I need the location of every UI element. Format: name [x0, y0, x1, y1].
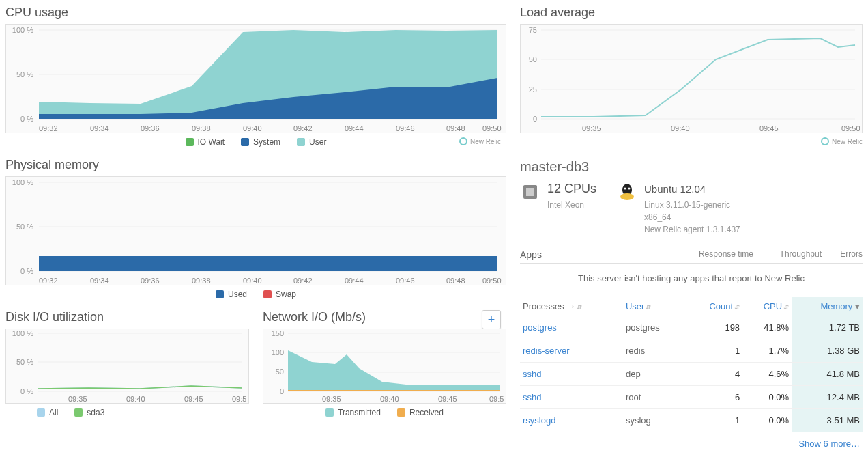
- legend-disk-all[interactable]: All: [37, 408, 58, 417]
- process-count: 6: [686, 385, 742, 408]
- col-count[interactable]: Count⇵: [686, 297, 742, 316]
- process-cpu: 41.8%: [742, 316, 792, 339]
- svg-text:50 %: 50 %: [16, 70, 33, 79]
- svg-text:0: 0: [533, 115, 537, 123]
- svg-text:25: 25: [529, 85, 537, 94]
- process-count: 1: [686, 408, 742, 432]
- load-chart-svg[interactable]: 75 50 25 0 09:35 09:40 09:45 09:50: [521, 25, 860, 134]
- svg-text:50: 50: [276, 367, 284, 376]
- process-memory: 1.38 GB: [792, 339, 863, 362]
- process-name[interactable]: sshd: [520, 385, 623, 408]
- process-count: 1: [686, 339, 742, 362]
- legend-net-rx[interactable]: Received: [397, 408, 444, 417]
- table-row[interactable]: postgrespostgres19841.8%1.72 TB: [520, 316, 863, 339]
- svg-text:0: 0: [280, 387, 284, 395]
- process-count: 4: [686, 362, 742, 385]
- legend-disk-sda3[interactable]: sda3: [74, 408, 104, 417]
- physical-memory-chart: Physical memory 100 % 50 % 0 % 09:32 09:…: [5, 158, 506, 303]
- legend-iowait[interactable]: IO Wait: [186, 137, 225, 147]
- svg-text:50: 50: [529, 55, 537, 64]
- process-name[interactable]: sshd: [520, 362, 623, 385]
- svg-text:100 %: 100 %: [12, 329, 33, 337]
- kernel-version: Linux 3.11.0-15-generic: [644, 199, 740, 211]
- svg-text:09:45: 09:45: [438, 395, 457, 403]
- svg-text:09:35: 09:35: [322, 395, 341, 403]
- process-cpu: 0.0%: [742, 408, 792, 432]
- chart-title: CPU usage: [5, 5, 506, 20]
- svg-text:09:44: 09:44: [345, 124, 364, 133]
- svg-point-69: [620, 193, 634, 200]
- svg-text:09:45: 09:45: [184, 395, 203, 403]
- process-memory: 12.4 MB: [792, 385, 863, 408]
- processes-heading[interactable]: Processes →⇵: [520, 297, 623, 316]
- col-cpu[interactable]: CPU⇵: [742, 297, 792, 316]
- load-average-chart: Load average 75 50 25 0 09:35 09:40 09:4…: [520, 5, 863, 150]
- net-chart-svg[interactable]: 150 100 50 0 09:35 09:40 09:45 09:5: [263, 329, 506, 404]
- process-name[interactable]: redis-server: [520, 339, 623, 362]
- processes-table: Processes →⇵ User⇵ Count⇵ CPU⇵ Memory ▾ …: [520, 297, 863, 432]
- svg-text:09:38: 09:38: [192, 277, 211, 285]
- svg-text:09:38: 09:38: [192, 124, 211, 133]
- svg-text:09:40: 09:40: [126, 395, 145, 403]
- process-name[interactable]: rsyslogd: [520, 408, 623, 432]
- svg-text:09:36: 09:36: [141, 124, 160, 133]
- svg-text:09:35: 09:35: [68, 395, 87, 403]
- svg-point-71: [628, 188, 631, 190]
- svg-text:09:46: 09:46: [396, 277, 415, 285]
- network-io-chart: Network I/O (Mb/s) 150 100 50 0 09:35: [263, 310, 506, 421]
- chart-title: Physical memory: [5, 158, 506, 172]
- cpu-usage-chart: CPU usage 100 % 50 % 0 %: [5, 5, 506, 151]
- legend-swap[interactable]: Swap: [263, 290, 296, 299]
- svg-text:100 %: 100 %: [12, 178, 33, 186]
- svg-text:0 %: 0 %: [20, 115, 33, 123]
- process-user: root: [623, 385, 686, 408]
- table-row[interactable]: sshdroot60.0%12.4 MB: [520, 385, 863, 408]
- svg-text:09:40: 09:40: [380, 395, 399, 403]
- process-count: 198: [686, 316, 742, 339]
- process-user: syslog: [623, 408, 686, 432]
- svg-rect-67: [526, 188, 534, 196]
- svg-text:75: 75: [529, 26, 537, 34]
- svg-text:09:32: 09:32: [39, 277, 58, 285]
- show-more-link[interactable]: Show 6 more…: [520, 432, 863, 449]
- svg-text:09:34: 09:34: [90, 277, 109, 285]
- legend-user[interactable]: User: [297, 137, 326, 147]
- svg-text:09:48: 09:48: [446, 124, 465, 133]
- server-info: 12 CPUs Intel Xeon Ubuntu 12.04 Linux 3.…: [520, 182, 863, 236]
- newrelic-attribution: New Relic: [459, 137, 501, 145]
- svg-text:09:40: 09:40: [671, 124, 690, 133]
- svg-text:09:50: 09:50: [841, 124, 860, 133]
- svg-text:09:32: 09:32: [39, 124, 58, 133]
- legend-system[interactable]: System: [241, 137, 280, 147]
- table-row[interactable]: sshddep44.6%41.8 MB: [520, 362, 863, 385]
- process-name[interactable]: postgres: [520, 316, 623, 339]
- os-icon: [617, 182, 637, 202]
- svg-text:150: 150: [272, 329, 284, 337]
- add-chart-button[interactable]: +: [482, 310, 501, 329]
- os-name: Ubuntu 12.04: [644, 182, 740, 197]
- table-row[interactable]: rsyslogdsyslog10.0%3.51 MB: [520, 408, 863, 432]
- cpu-chart-svg[interactable]: 100 % 50 % 0 % 09:32 09:34 09:36 09:38 0…: [6, 25, 503, 134]
- mem-chart-svg[interactable]: 100 % 50 % 0 % 09:32 09:34 09:36 09:38 0…: [6, 177, 503, 286]
- col-user[interactable]: User⇵: [623, 297, 686, 316]
- process-cpu: 0.0%: [742, 385, 792, 408]
- apps-header: Apps Response time Throughput Errors: [520, 249, 863, 264]
- process-user: postgres: [623, 316, 686, 339]
- legend-net-tx[interactable]: Transmitted: [326, 408, 381, 417]
- legend-used[interactable]: Used: [216, 290, 247, 299]
- col-memory[interactable]: Memory ▾: [792, 297, 863, 316]
- architecture: x86_64: [644, 211, 740, 223]
- agent-version: New Relic agent 1.3.1.437: [644, 223, 740, 236]
- svg-text:09:50: 09:50: [482, 124, 502, 133]
- process-cpu: 4.6%: [742, 362, 792, 385]
- svg-text:09:5: 09:5: [232, 395, 246, 403]
- disk-chart-svg[interactable]: 100 % 50 % 0 % 09:35 09:40 09:45 09:5: [6, 329, 248, 404]
- table-row[interactable]: redis-serverredis11.7%1.38 GB: [520, 339, 863, 362]
- chart-title: Disk I/O utilization: [5, 310, 249, 324]
- server-name: master-db3: [520, 159, 863, 175]
- cpu-icon: [520, 182, 540, 202]
- process-memory: 41.8 MB: [792, 362, 863, 385]
- svg-text:09:40: 09:40: [243, 277, 262, 285]
- svg-text:09:48: 09:48: [446, 277, 465, 285]
- process-memory: 3.51 MB: [792, 408, 863, 432]
